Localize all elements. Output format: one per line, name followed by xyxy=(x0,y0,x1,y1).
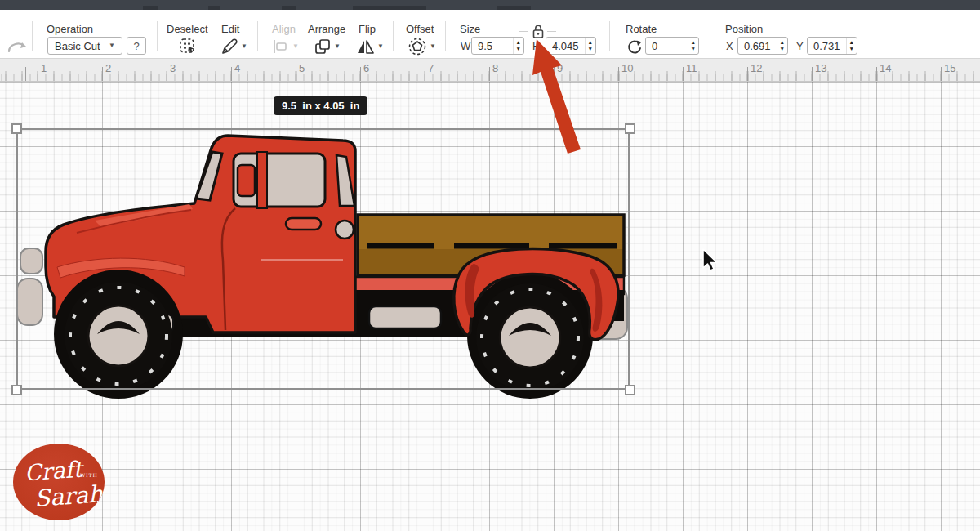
ruler-ticks-inch xyxy=(0,67,980,81)
size-tooltip: 9.5 in x 4.05 in xyxy=(274,96,368,115)
redo-icon xyxy=(7,38,28,56)
width-input-group: ▲▼ xyxy=(471,37,524,55)
separator xyxy=(609,21,610,51)
ruler-number: 1 xyxy=(41,62,47,74)
design-canvas[interactable]: 9.5 in x 4.05 in xyxy=(0,82,980,531)
chevron-down-icon: ▼ xyxy=(334,43,341,50)
rotate-icon xyxy=(626,38,643,56)
ruler-number: 14 xyxy=(880,62,891,74)
chevron-down-icon: ▼ xyxy=(430,43,436,50)
height-input-group: ▲▼ xyxy=(546,37,596,55)
height-stepper[interactable]: ▲▼ xyxy=(585,38,595,54)
logo-word1: Craft xyxy=(24,457,83,486)
browser-top-bar xyxy=(0,0,980,10)
ruler-number: 12 xyxy=(751,62,762,74)
x-position-input[interactable] xyxy=(738,38,777,54)
offset-button[interactable]: ▼ xyxy=(408,37,436,56)
flip-button[interactable]: ▼ xyxy=(356,37,384,56)
redo-button[interactable] xyxy=(7,37,28,56)
lock-icon xyxy=(530,23,546,41)
separator xyxy=(257,21,258,51)
edit-toolbar: Operation Basic Cut ▼ ? Deselect Edit ▼ xyxy=(0,10,980,59)
ruler-number: 2 xyxy=(105,62,111,74)
chevron-down-icon: ▼ xyxy=(292,43,299,50)
deselect-label: Deselect xyxy=(167,23,208,35)
app-window: Operation Basic Cut ▼ ? Deselect Edit ▼ xyxy=(0,0,980,531)
ruler-number: 7 xyxy=(428,62,434,74)
height-label: H xyxy=(532,40,540,52)
logo-word2: with xyxy=(80,471,98,479)
y-stepper[interactable]: ▲▼ xyxy=(846,38,857,54)
operation-label: Operation xyxy=(47,23,93,35)
ruler-number: 6 xyxy=(363,62,369,74)
lock-link-line xyxy=(547,31,556,32)
position-label: Position xyxy=(725,23,763,35)
rotate-stepper[interactable]: ▲▼ xyxy=(688,38,698,54)
ruler-number: 10 xyxy=(621,62,633,74)
height-input[interactable] xyxy=(546,38,585,54)
separator xyxy=(445,21,446,51)
deselect-icon xyxy=(178,37,198,56)
separator xyxy=(393,21,394,51)
size-lock-button[interactable] xyxy=(530,23,546,41)
ruler-number: 5 xyxy=(299,62,305,74)
rotate-label: Rotate xyxy=(626,23,657,35)
ruler-number: 13 xyxy=(815,62,826,74)
chevron-down-icon: ▼ xyxy=(109,42,115,49)
align-label: Align xyxy=(272,23,296,35)
horizontal-ruler: 123456789101112131415 xyxy=(0,59,980,82)
selection-box[interactable] xyxy=(16,128,630,390)
arrange-label: Arrange xyxy=(308,23,345,35)
ruler-number: 3 xyxy=(170,62,176,74)
width-input[interactable] xyxy=(472,38,513,54)
help-button[interactable]: ? xyxy=(127,37,146,55)
edit-label: Edit xyxy=(221,23,239,35)
ruler-number: 4 xyxy=(234,62,240,74)
x-label: X xyxy=(726,40,733,52)
ruler-number: 8 xyxy=(492,62,498,74)
edit-button[interactable]: ▼ xyxy=(220,37,247,56)
ruler-number: 15 xyxy=(944,62,956,74)
arrange-button[interactable]: ▼ xyxy=(314,37,341,56)
chevron-down-icon: ▼ xyxy=(377,43,384,50)
offset-icon xyxy=(408,37,427,56)
rotate-input[interactable] xyxy=(646,38,688,54)
selection-handle-top-left[interactable] xyxy=(11,123,22,134)
selection-handle-bottom-right[interactable] xyxy=(625,385,635,395)
operation-dropdown[interactable]: Basic Cut ▼ xyxy=(47,37,122,55)
deselect-button[interactable] xyxy=(178,37,198,56)
rotate-button[interactable] xyxy=(626,37,643,56)
y-position-input[interactable] xyxy=(808,38,846,54)
lock-link-line xyxy=(519,31,528,32)
x-stepper[interactable]: ▲▼ xyxy=(777,38,787,54)
selection-handle-bottom-left[interactable] xyxy=(11,385,22,395)
flip-horizontal-icon xyxy=(356,38,375,55)
operation-value: Basic Cut xyxy=(55,40,100,52)
width-stepper[interactable]: ▲▼ xyxy=(513,38,523,54)
chevron-down-icon: ▼ xyxy=(241,43,247,50)
flip-label: Flip xyxy=(359,23,376,35)
offset-label: Offset xyxy=(406,23,434,35)
pencil-icon xyxy=(220,38,238,56)
width-label: W xyxy=(461,40,470,52)
align-icon xyxy=(272,38,290,55)
layers-icon xyxy=(314,38,332,56)
separator xyxy=(710,21,710,51)
align-button[interactable]: ▼ xyxy=(272,37,299,56)
separator xyxy=(157,21,158,51)
y-input-group: ▲▼ xyxy=(807,37,858,55)
ruler-number: 9 xyxy=(557,62,563,74)
x-input-group: ▲▼ xyxy=(737,37,788,55)
size-label: Size xyxy=(460,23,480,35)
selection-handle-top-right[interactable] xyxy=(625,123,635,134)
y-label: Y xyxy=(796,40,804,52)
craft-with-sarah-logo: Craft with Sarah xyxy=(13,444,105,520)
separator xyxy=(32,21,33,51)
rotate-input-group: ▲▼ xyxy=(645,37,699,55)
ruler-number: 11 xyxy=(686,62,697,74)
